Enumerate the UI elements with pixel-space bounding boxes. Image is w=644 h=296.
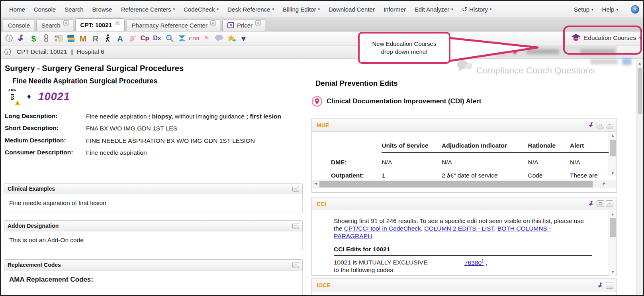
menu-item-search[interactable]: Search xyxy=(60,6,88,13)
description-segment: ; first lesion xyxy=(246,113,281,120)
scroll-right-icon[interactable]: ► xyxy=(602,181,606,185)
cci-statement: 10021 is MUTUALLY EXCLUSIVE to the follo… xyxy=(334,259,592,274)
chevron-down-icon: ▾ xyxy=(217,7,219,11)
flag-icon[interactable]: ⚑ xyxy=(202,33,211,43)
regulations-r-icon[interactable]: R xyxy=(90,33,100,43)
favorite-star-icon[interactable] xyxy=(226,33,236,43)
glyph: A xyxy=(117,34,123,43)
abw-fee-icon[interactable]: ABW $ xyxy=(5,89,20,105)
menu-item-home[interactable]: Home xyxy=(5,6,29,13)
tab-console[interactable]: Console xyxy=(3,19,34,31)
menu-item-history[interactable]: ↺History▾ xyxy=(458,6,496,13)
minimize-button[interactable]: − xyxy=(606,200,613,207)
menu-item-console[interactable]: Console xyxy=(29,6,60,13)
code-link-76380[interactable]: 763801 xyxy=(464,259,484,266)
supply-s-icon: S xyxy=(128,34,137,43)
tab-close-icon[interactable]: ✕ xyxy=(63,20,69,26)
chevron-down-icon: ▾ xyxy=(490,7,492,11)
comment-bubble-icon[interactable] xyxy=(214,33,224,43)
scroll-down-icon[interactable]: ▼ xyxy=(609,270,617,274)
collapse-button[interactable]: − xyxy=(292,223,299,229)
help-icon[interactable]: ? xyxy=(631,5,639,14)
link-column-2-edits-list[interactable]: COLUMN 2 EDITS - LIST xyxy=(424,225,494,232)
scroll-thumb[interactable] xyxy=(610,140,616,156)
em-guidelines-icon[interactable]: E&M xyxy=(53,33,63,43)
maximize-button[interactable]: □ xyxy=(597,200,604,207)
scroll-thumb[interactable] xyxy=(638,68,642,114)
collapse-button[interactable]: − xyxy=(292,262,299,268)
fee-dollar-icon[interactable]: $ xyxy=(29,33,39,43)
scroll-up-icon[interactable]: ▲ xyxy=(636,61,643,65)
tab-pharmacy-reference-center[interactable]: Pharmacy Reference Center✕ xyxy=(127,19,220,31)
ambulation-icon xyxy=(104,34,112,43)
chevron-down-icon: ▾ xyxy=(451,7,453,11)
glyph: $ xyxy=(31,34,36,43)
code-row: ABW $ ♦ 10021 xyxy=(5,89,70,105)
dollar-badge-icon: $ xyxy=(11,94,14,100)
code-books-icon[interactable] xyxy=(66,33,76,43)
mue-vertical-scrollbar[interactable]: ▲ ▼ xyxy=(609,132,617,176)
menu-item-reference-centers[interactable]: Reference Centers▾ xyxy=(117,6,179,13)
tab-search[interactable]: Search✕ xyxy=(36,19,73,31)
mue-panel: MUE □ − Units of ServiceAdjudication Ind… xyxy=(311,118,617,193)
description-value: FINE NEEDLE ASPIRATION BX W/O IMG GDN 1S… xyxy=(86,137,303,144)
info-icon[interactable]: ⓘ xyxy=(4,33,14,43)
menu-item-download-center[interactable]: Download Center xyxy=(324,6,379,13)
scroll-thumb[interactable] xyxy=(319,181,593,187)
description-segment: Fine needle aspiration xyxy=(86,113,149,120)
glyph: Dx xyxy=(153,35,161,41)
panel-addon-designation: Addon Designation−This is not an Add-On … xyxy=(4,220,303,250)
tab-close-icon[interactable]: ✕ xyxy=(210,20,216,26)
scroll-up-icon[interactable]: ▲ xyxy=(609,212,617,216)
scroll-left-icon[interactable]: ◄ xyxy=(314,181,318,185)
scroll-up-icon[interactable]: ▲ xyxy=(609,133,617,138)
chevron-down-icon: ▾ xyxy=(318,7,320,11)
crosswalk-icon[interactable] xyxy=(177,33,187,43)
maximize-button[interactable]: □ xyxy=(597,122,604,128)
scroll-thumb[interactable] xyxy=(610,218,616,237)
mue-cell: These are xyxy=(570,166,609,179)
collapse-button[interactable]: − xyxy=(292,186,299,192)
chain-link-icon[interactable] xyxy=(41,33,51,43)
menu-item-browse[interactable]: Browse xyxy=(88,6,117,13)
mue-header-icons: □ − xyxy=(588,122,613,128)
minimize-button[interactable]: − xyxy=(606,122,613,128)
menu-item-setup[interactable]: Setup▾ xyxy=(570,6,598,13)
menu-item-billing-editor[interactable]: Billing Editor▾ xyxy=(278,6,324,13)
education-courses-button[interactable]: Education Courses ▾ xyxy=(571,34,642,42)
mue-cell: N/A xyxy=(382,152,442,166)
tab-cpt-10021[interactable]: CPT: 10021✕ xyxy=(75,18,125,31)
ambulation-icon[interactable] xyxy=(103,33,113,43)
minimize-button[interactable]: − xyxy=(606,282,613,289)
tab-close-icon[interactable]: ✕ xyxy=(115,20,120,25)
mue-horizontal-scrollbar[interactable]: ◄ ► xyxy=(312,180,617,188)
panel-header: Addon Designation− xyxy=(4,220,303,231)
code-search-icon[interactable] xyxy=(164,33,174,43)
puzzle-icon[interactable] xyxy=(16,33,26,43)
education-heart-icon[interactable]: ♥ xyxy=(239,33,249,43)
menu-item-codecheck[interactable]: CodeCheck▾ xyxy=(179,6,223,13)
menu-item-help[interactable]: Help▾ xyxy=(598,6,622,13)
description-value: FNA BX W/O IMG GDN 1ST LES xyxy=(86,124,303,132)
cpt-assistant-icon[interactable]: Cp xyxy=(140,33,150,43)
medicare-m-icon[interactable]: M xyxy=(78,33,88,43)
category-title: Surgery - Surgery General Surgical Proce… xyxy=(5,64,184,73)
tab-close-icon[interactable]: ✕ xyxy=(255,20,261,26)
menu-item-desk-reference[interactable]: Desk Reference▾ xyxy=(223,6,278,13)
menu-item-informer[interactable]: Informer xyxy=(379,6,410,13)
chevron-down-icon: ▾ xyxy=(616,8,618,12)
cci-vertical-scrollbar[interactable]: ▲ ▼ xyxy=(609,210,617,276)
cdi-alert-link[interactable]: Clinical Documentation Improvement (CDI)… xyxy=(327,97,482,105)
menu-item-edit-analyzer[interactable]: Edit Analyzer▾ xyxy=(410,6,458,13)
link-cpt-cci-tool-in-codecheck[interactable]: CPT/CCI tool in CodeCheck xyxy=(344,225,421,232)
page-scrollbar[interactable]: ▲ xyxy=(636,59,643,296)
menu-right: Setup▾Help▾ ? xyxy=(570,1,639,18)
anesthesia-a-icon[interactable]: A xyxy=(115,33,125,43)
mue-header-row: Units of ServiceAdjudication IndicatorRa… xyxy=(331,142,617,152)
scroll-down-icon[interactable]: ▼ xyxy=(609,171,617,176)
cdr-icon[interactable]: CDR xyxy=(189,33,199,43)
supply-s-icon[interactable]: S xyxy=(127,33,137,43)
tab-pricer[interactable]: 0Pricer✕ xyxy=(222,19,265,31)
mue-row: Outpatient:12 â€“ date of serviceCodeThe… xyxy=(331,166,617,179)
diagnosis-dx-icon[interactable]: Dx xyxy=(152,33,162,43)
